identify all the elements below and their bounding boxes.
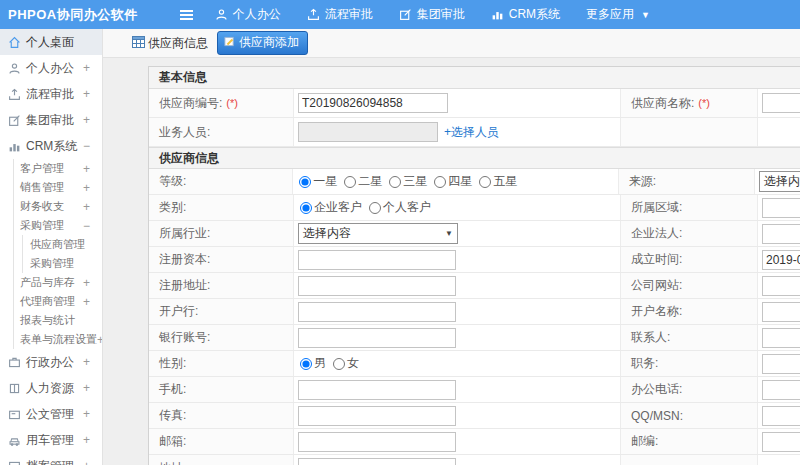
upload-icon (307, 8, 320, 21)
registered-address-input[interactable] (298, 276, 456, 296)
radio-option-personal-customer[interactable]: 个人客户 (369, 199, 431, 216)
mobile-input[interactable] (298, 380, 456, 400)
contact-person-input[interactable] (762, 328, 800, 348)
supplier-name-input[interactable] (762, 93, 800, 113)
sidebar-item-sales-mgmt[interactable]: 销售管理 + (14, 178, 102, 197)
expand-icon[interactable]: + (83, 276, 90, 290)
sidebar-item-document-mgmt[interactable]: 公文管理 + (0, 401, 102, 427)
expand-icon[interactable]: + (83, 162, 90, 176)
sidebar-item-admin-office[interactable]: 行政办公 + (0, 349, 102, 375)
radio-option-star-3[interactable]: 三星 (389, 173, 427, 190)
sidebar-item-personal-office[interactable]: 个人办公 + (0, 55, 102, 81)
sidebar-item-hr[interactable]: 人力资源 + (0, 375, 102, 401)
industry-select[interactable]: 选择内容 ▼ (298, 223, 458, 244)
radio-input[interactable] (389, 176, 401, 188)
sidebar-item-workflow-approval[interactable]: 流程审批 + (0, 81, 102, 107)
radio-option-female[interactable]: 女 (333, 355, 359, 372)
sidebar-item-crm[interactable]: CRM系统 − (0, 133, 102, 159)
expand-icon[interactable]: + (83, 459, 90, 465)
staff-input[interactable] (298, 122, 438, 142)
registered-capital-input[interactable] (298, 250, 456, 270)
sidebar-item-finance[interactable]: 财务收支 + (14, 197, 102, 216)
add-form-icon (224, 36, 235, 50)
form-row: 性别: 男 女 职务: (149, 351, 800, 377)
address-input[interactable] (298, 458, 456, 465)
expand-icon[interactable]: + (83, 407, 90, 421)
field-input-cell (294, 455, 620, 465)
radio-option-enterprise-customer[interactable]: 企业客户 (300, 199, 362, 216)
sidebar-item-purchase-mgmt[interactable]: 采购管理 − (14, 216, 102, 235)
app-logo: PHPOA协同办公软件 (8, 6, 138, 24)
expand-icon[interactable]: + (83, 295, 90, 309)
region-input[interactable] (762, 198, 800, 218)
sidebar-item-archive-mgmt[interactable]: 档案管理 + (0, 453, 102, 465)
field-input-cell (758, 221, 800, 246)
sidebar-item-form-workflow-settings[interactable]: 表单与流程设置 + (14, 330, 102, 349)
qq-msn-input[interactable] (762, 406, 800, 426)
position-input[interactable] (762, 354, 800, 374)
email-input[interactable] (298, 432, 456, 452)
topnav-workflow-approval[interactable]: 流程审批 (307, 6, 373, 23)
radio-input[interactable] (369, 202, 381, 214)
collapse-icon[interactable]: − (83, 219, 90, 233)
expand-icon[interactable]: + (83, 381, 90, 395)
field-input-cell: 选择内容 ▼ (294, 221, 620, 246)
radio-input[interactable] (434, 176, 446, 188)
radio-input[interactable] (344, 176, 356, 188)
radio-input[interactable] (479, 176, 491, 188)
field-label-cell: 等级: (149, 169, 293, 194)
radio-input[interactable] (299, 176, 311, 188)
sidebar-item-group-approval[interactable]: 集团审批 + (0, 107, 102, 133)
expand-icon[interactable]: + (83, 433, 90, 447)
fax-input[interactable] (298, 406, 456, 426)
radio-option-star-4[interactable]: 四星 (434, 173, 472, 190)
expand-icon[interactable]: + (83, 181, 90, 195)
expand-icon[interactable]: + (83, 355, 90, 369)
crm-submenu: 客户管理 + 销售管理 + 财务收支 + 采购管理 − 供应商管理 采购管理 产… (13, 159, 102, 349)
field-label-cell: 类别: (149, 195, 294, 220)
field-label-cell: 来源: (618, 169, 755, 194)
sidebar-item-customer-mgmt[interactable]: 客户管理 + (14, 159, 102, 178)
field-input-cell (294, 299, 620, 324)
bank-account-input[interactable] (298, 328, 456, 348)
postcode-input[interactable] (762, 432, 800, 452)
sidebar-item-supplier-mgmt[interactable]: 供应商管理 (23, 235, 102, 254)
menu-toggle-icon[interactable] (180, 10, 193, 20)
radio-option-star-2[interactable]: 二星 (344, 173, 382, 190)
topnav-personal-office[interactable]: 个人办公 (215, 6, 281, 23)
field-label-cell: 银行账号: (149, 325, 294, 350)
expand-icon[interactable]: + (83, 61, 90, 75)
tab-supplier-info[interactable]: 供应商信息 (132, 35, 208, 52)
expand-icon[interactable]: + (83, 200, 90, 214)
company-website-input[interactable] (762, 276, 800, 296)
radio-input[interactable] (300, 202, 312, 214)
topnav-more-apps[interactable]: 更多应用 ▼ (586, 6, 650, 23)
radio-input[interactable] (333, 358, 345, 370)
collapse-icon[interactable]: − (83, 139, 90, 153)
sidebar-item-personal-desktop[interactable]: 个人桌面 (0, 29, 102, 55)
form-row: 供应商编号: (*) 供应商名称: (*) (149, 89, 800, 118)
account-name-input[interactable] (762, 302, 800, 322)
radio-input[interactable] (300, 358, 312, 370)
expand-icon[interactable]: + (83, 113, 90, 127)
source-select[interactable]: 选择内容 ▼ (759, 171, 800, 192)
form-row: 银行账号: 联系人: (149, 325, 800, 351)
radio-option-star-1[interactable]: 一星 (299, 173, 337, 190)
sidebar-item-reports-stats[interactable]: 报表与统计 (14, 311, 102, 330)
legal-person-input[interactable] (762, 224, 800, 244)
sidebar-item-agent-mgmt[interactable]: 代理商管理 + (14, 292, 102, 311)
sidebar-item-product-inventory[interactable]: 产品与库存 + (14, 273, 102, 292)
radio-option-male[interactable]: 男 (300, 355, 326, 372)
radio-option-star-5[interactable]: 五星 (479, 173, 517, 190)
office-phone-input[interactable] (762, 380, 800, 400)
sidebar-item-procurement-mgmt[interactable]: 采购管理 (23, 254, 102, 273)
bank-branch-input[interactable] (298, 302, 456, 322)
supplier-code-input[interactable] (298, 93, 448, 113)
sidebar-item-vehicle-mgmt[interactable]: 用车管理 + (0, 427, 102, 453)
select-staff-link[interactable]: +选择人员 (444, 124, 499, 141)
topnav-group-approval[interactable]: 集团审批 (399, 6, 465, 23)
founding-date-input[interactable] (762, 250, 800, 270)
topnav-crm[interactable]: CRM系统 (491, 6, 560, 23)
tab-supplier-add[interactable]: 供应商添加 (217, 31, 308, 55)
expand-icon[interactable]: + (83, 87, 90, 101)
